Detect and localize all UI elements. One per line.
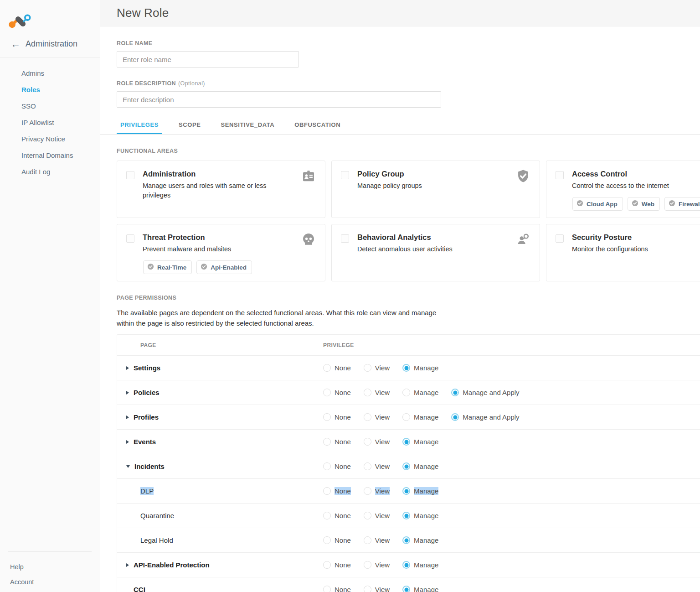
tab-privileges[interactable]: PRIVILEGES: [117, 119, 162, 134]
privilege-option-none[interactable]: None: [323, 512, 351, 519]
sidebar-footer-help[interactable]: Help: [0, 559, 100, 574]
role-description-input[interactable]: [117, 91, 441, 108]
page-permissions-label: PAGE PERMISSIONS: [117, 295, 700, 301]
privilege-option-view[interactable]: View: [364, 364, 390, 372]
permission-row-events: EventsNoneViewManage: [117, 430, 700, 454]
sidebar-footer-account[interactable]: Account: [0, 574, 100, 589]
checkbox-security-posture[interactable]: [556, 234, 564, 243]
triangle-right-icon[interactable]: [126, 391, 129, 395]
radio-none[interactable]: [323, 413, 331, 421]
tab-sensitive-data[interactable]: SENSITIVE_DATA: [217, 119, 278, 134]
privilege-option-view[interactable]: View: [364, 512, 390, 519]
radio-manage[interactable]: [402, 561, 410, 569]
sidebar-item-ip-allowlist[interactable]: IP Allowlist: [0, 114, 100, 130]
radio-none[interactable]: [323, 438, 331, 446]
privilege-option-view[interactable]: View: [364, 487, 390, 495]
privilege-option-none[interactable]: None: [323, 364, 351, 372]
checkbox-behavioral-analytics[interactable]: [341, 234, 349, 243]
radio-manage[interactable]: [402, 413, 410, 421]
privilege-option-none[interactable]: None: [323, 561, 351, 569]
privilege-option-manage[interactable]: Manage: [402, 586, 438, 592]
privilege-option-none[interactable]: None: [323, 438, 351, 446]
triangle-right-icon[interactable]: [126, 440, 129, 444]
sidebar-item-internal-domains[interactable]: Internal Domains: [0, 147, 100, 163]
privilege-option-none[interactable]: None: [323, 536, 351, 544]
radio-none[interactable]: [323, 462, 331, 470]
radio-none[interactable]: [323, 536, 331, 544]
sidebar-item-sso[interactable]: SSO: [0, 98, 100, 114]
privilege-option-view[interactable]: View: [364, 586, 390, 592]
checkbox-threat-protection[interactable]: [126, 234, 134, 243]
radio-manage[interactable]: [402, 487, 410, 495]
radio-manage[interactable]: [402, 389, 410, 396]
radio-manage[interactable]: [402, 536, 410, 544]
radio-manage[interactable]: [402, 586, 410, 592]
checkbox-policy-group[interactable]: [341, 171, 349, 179]
privilege-option-view[interactable]: View: [364, 536, 390, 544]
sidebar-item-admins[interactable]: Admins: [0, 65, 100, 81]
sidebar-item-audit-log[interactable]: Audit Log: [0, 163, 100, 180]
radio-view[interactable]: [364, 487, 371, 495]
radio-manage[interactable]: [402, 364, 410, 372]
privilege-option-manage[interactable]: Manage: [402, 438, 438, 446]
privilege-option-none[interactable]: None: [323, 413, 351, 421]
radio-view[interactable]: [364, 512, 371, 519]
radio-view[interactable]: [364, 413, 371, 421]
privilege-option-manage[interactable]: Manage: [402, 462, 438, 470]
privilege-option-manage[interactable]: Manage: [402, 413, 438, 421]
privilege-option-manage-and-apply[interactable]: Manage and Apply: [451, 413, 519, 421]
radio-view[interactable]: [364, 438, 371, 446]
radio-view[interactable]: [364, 462, 371, 470]
radio-none[interactable]: [323, 389, 331, 396]
privilege-option-manage-and-apply[interactable]: Manage and Apply: [451, 389, 519, 396]
triangle-right-icon[interactable]: [126, 415, 129, 419]
privilege-option-manage[interactable]: Manage: [402, 536, 438, 544]
checkbox-access-control[interactable]: [556, 171, 564, 179]
tab-scope[interactable]: SCOPE: [175, 119, 205, 134]
privilege-option-manage[interactable]: Manage: [402, 487, 438, 495]
radio-none[interactable]: [323, 487, 331, 495]
privilege-option-view[interactable]: View: [364, 413, 390, 421]
sidebar-item-roles[interactable]: Roles: [0, 81, 100, 98]
radio-view[interactable]: [364, 364, 371, 372]
privilege-options: NoneViewManage: [323, 561, 438, 569]
privilege-option-view[interactable]: View: [364, 438, 390, 446]
badge-label: Real-Time: [157, 264, 186, 271]
privilege-option-none[interactable]: None: [323, 586, 351, 592]
radio-manage[interactable]: [402, 438, 410, 446]
radio-manage[interactable]: [402, 462, 410, 470]
radio-label: View: [375, 413, 390, 421]
permission-row-incidents: IncidentsNoneViewManage: [117, 454, 700, 479]
triangle-right-icon[interactable]: [126, 563, 129, 567]
privilege-option-none[interactable]: None: [323, 487, 351, 495]
role-name-input[interactable]: [117, 51, 299, 68]
privilege-option-manage[interactable]: Manage: [402, 364, 438, 372]
privilege-option-manage[interactable]: Manage: [402, 389, 438, 396]
triangle-right-icon[interactable]: [126, 366, 129, 370]
privilege-option-none[interactable]: None: [323, 462, 351, 470]
radio-none[interactable]: [323, 561, 331, 569]
privilege-option-view[interactable]: View: [364, 561, 390, 569]
radio-manage-and-apply[interactable]: [451, 389, 459, 396]
radio-view[interactable]: [364, 389, 371, 396]
radio-label: Manage: [414, 536, 438, 544]
privilege-option-manage[interactable]: Manage: [402, 561, 438, 569]
radio-view[interactable]: [364, 586, 371, 592]
privilege-option-none[interactable]: None: [323, 389, 351, 396]
radio-view[interactable]: [364, 561, 371, 569]
privilege-option-view[interactable]: View: [364, 462, 390, 470]
radio-manage-and-apply[interactable]: [451, 413, 459, 421]
row-page-label: Quarantine: [140, 512, 174, 519]
tab-obfuscation[interactable]: OBFUSCATION: [291, 119, 344, 134]
triangle-down-icon[interactable]: [126, 465, 130, 468]
checkbox-administration[interactable]: [126, 171, 134, 179]
radio-none[interactable]: [323, 364, 331, 372]
privilege-option-manage[interactable]: Manage: [402, 512, 438, 519]
privilege-option-view[interactable]: View: [364, 389, 390, 396]
back-arrow-icon[interactable]: ←: [11, 39, 21, 49]
radio-none[interactable]: [323, 586, 331, 592]
sidebar-item-privacy-notice[interactable]: Privacy Notice: [0, 130, 100, 147]
radio-none[interactable]: [323, 512, 331, 519]
radio-view[interactable]: [364, 536, 371, 544]
radio-manage[interactable]: [402, 512, 410, 519]
